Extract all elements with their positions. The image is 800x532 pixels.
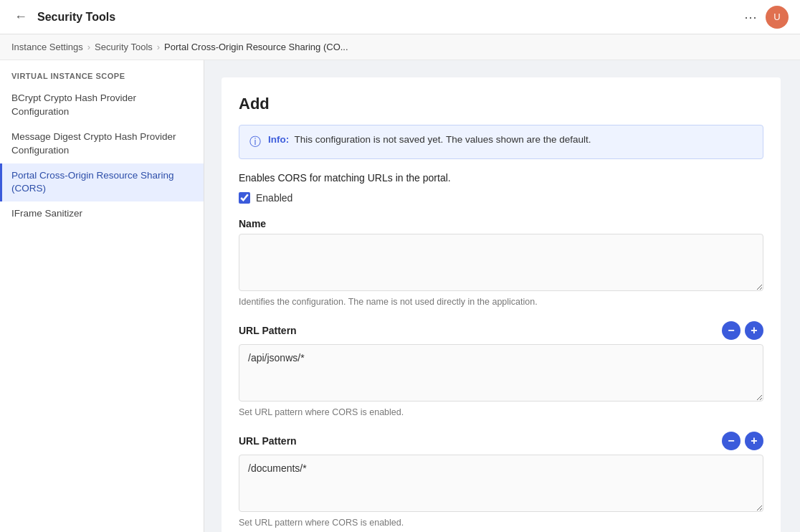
content-card: Add ⓘ Info: This configuration is not sa… xyxy=(222,77,781,532)
url-pattern-2-remove-button[interactable]: − xyxy=(722,432,741,450)
sidebar: VIRTUAL INSTANCE SCOPE BCrypt Crypto Has… xyxy=(0,60,204,532)
enabled-label[interactable]: Enabled xyxy=(256,192,292,204)
main-content: Add ⓘ Info: This configuration is not sa… xyxy=(204,60,800,532)
breadcrumb: Instance Settings › Security Tools › Por… xyxy=(0,34,800,60)
header: ← Security Tools ⋯ U xyxy=(0,0,800,34)
header-right: ⋯ U xyxy=(744,6,789,29)
url-pattern-2-group: URL Pattern − + /documents/* Set URL pat… xyxy=(239,432,763,528)
url-pattern-1-label: URL Pattern xyxy=(239,325,297,336)
page-title: Add xyxy=(239,95,763,113)
url-pattern-2-hint: Set URL pattern where CORS is enabled. xyxy=(239,518,763,528)
url-pattern-1-actions: − + xyxy=(722,321,763,340)
back-button[interactable]: ← xyxy=(11,6,30,27)
url-pattern-2-header: URL Pattern − + xyxy=(239,432,763,450)
url-pattern-1-remove-button[interactable]: − xyxy=(722,321,741,340)
enabled-checkbox-row: Enabled xyxy=(239,192,763,204)
url-pattern-1-hint: Set URL pattern where CORS is enabled. xyxy=(239,407,763,417)
section-description: Enables CORS for matching URLs in the po… xyxy=(239,172,763,184)
url-pattern-1-add-button[interactable]: + xyxy=(745,321,763,340)
url-pattern-1-group: URL Pattern − + /api/jsonws/* Set URL pa… xyxy=(239,321,763,417)
name-textarea[interactable] xyxy=(239,234,763,291)
info-banner: ⓘ Info: This configuration is not saved … xyxy=(239,125,763,159)
avatar[interactable]: U xyxy=(766,6,789,29)
info-text: Info: This configuration is not saved ye… xyxy=(268,134,591,145)
url-pattern-2-actions: − + xyxy=(722,432,763,450)
header-left: ← Security Tools xyxy=(11,6,115,27)
url-pattern-2-textarea[interactable]: /documents/* xyxy=(239,455,763,512)
sidebar-item-bcrypt[interactable]: BCrypt Crypto Hash Provider Configuratio… xyxy=(0,86,204,125)
sidebar-item-iframe-sanitizer[interactable]: IFrame Sanitizer xyxy=(0,201,204,227)
sidebar-item-cors[interactable]: Portal Cross-Origin Resource Sharing (CO… xyxy=(0,163,204,202)
breadcrumb-security-tools[interactable]: Security Tools xyxy=(95,42,153,52)
name-field-label: Name xyxy=(239,218,266,229)
sidebar-item-message-digest[interactable]: Message Digest Crypto Hash Provider Conf… xyxy=(0,125,204,163)
breadcrumb-sep-2: › xyxy=(157,42,160,52)
url-pattern-1-textarea[interactable]: /api/jsonws/* xyxy=(239,344,763,402)
grid-icon[interactable]: ⋯ xyxy=(744,9,757,25)
url-pattern-2-add-button[interactable]: + xyxy=(745,432,763,450)
breadcrumb-sep-1: › xyxy=(87,42,90,52)
enabled-checkbox[interactable] xyxy=(239,192,250,204)
name-field-header: Name xyxy=(239,218,763,229)
layout: VIRTUAL INSTANCE SCOPE BCrypt Crypto Has… xyxy=(0,60,800,532)
info-icon: ⓘ xyxy=(249,135,261,150)
name-field-hint: Identifies the configuration. The name i… xyxy=(239,297,763,307)
breadcrumb-instance-settings[interactable]: Instance Settings xyxy=(11,42,83,52)
sidebar-section-title: VIRTUAL INSTANCE SCOPE xyxy=(0,72,204,86)
url-pattern-1-header: URL Pattern − + xyxy=(239,321,763,340)
name-field-group: Name Identifies the configuration. The n… xyxy=(239,218,763,307)
breadcrumb-current: Portal Cross-Origin Resource Sharing (CO… xyxy=(164,42,348,52)
header-title: Security Tools xyxy=(37,11,115,24)
url-pattern-2-label: URL Pattern xyxy=(239,435,297,447)
